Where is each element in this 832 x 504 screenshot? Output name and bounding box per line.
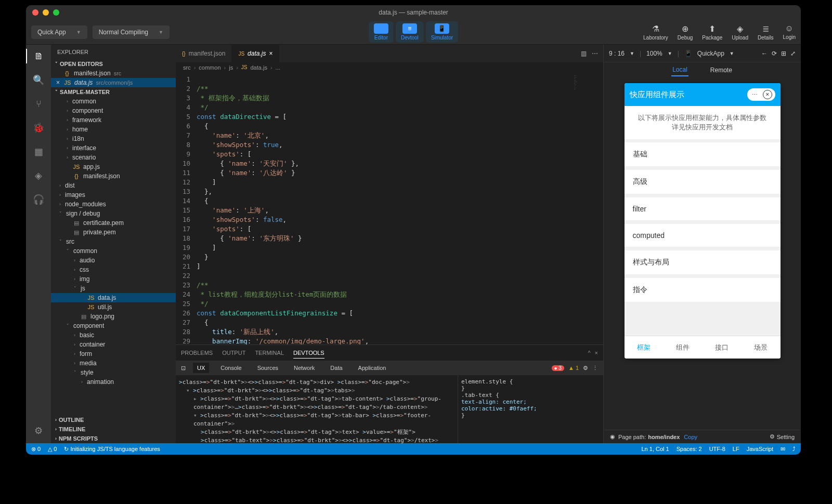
layers-icon[interactable]: ◈ xyxy=(31,168,46,183)
folder-item[interactable]: ˅component xyxy=(51,321,176,330)
panel-tab-output[interactable]: OUTPUT xyxy=(222,348,245,358)
phone-list-item[interactable]: 高级 xyxy=(625,170,781,194)
close-window-button[interactable] xyxy=(32,9,38,16)
warn-badge[interactable]: ▲ 1 xyxy=(568,365,579,371)
open-editor-item[interactable]: {}manifest.jsonsrc xyxy=(51,69,176,78)
gear-icon[interactable]: ⚙ xyxy=(583,365,588,372)
panel-tab-problems[interactable]: PROBLEMS xyxy=(181,348,213,358)
maximize-panel-icon[interactable]: ^ xyxy=(588,350,590,356)
debug-button[interactable]: ⊕Debug xyxy=(678,24,693,41)
status-item[interactable]: ↻ Initializing JS/TS language features xyxy=(64,446,160,453)
sim-time[interactable]: 9 : 16 xyxy=(609,50,625,57)
mode-simulator[interactable]: 📱Simulator xyxy=(426,21,458,43)
devtools-tab-network[interactable]: Network xyxy=(290,363,319,373)
minimize-window-button[interactable] xyxy=(43,9,49,16)
file-item[interactable]: JSdata.js xyxy=(51,293,176,302)
setting-button[interactable]: ⚙ Setting xyxy=(770,433,795,440)
dom-node[interactable]: ▸ >class>=>"dt-brkt">><>>class>=>"dt-tag… xyxy=(179,395,454,412)
dom-node[interactable]: ▾ >class>=>"dt-brkt">><>>class>=>"dt-tag… xyxy=(179,412,454,428)
folder-item[interactable]: ›scenario xyxy=(51,153,176,162)
open-editors-section[interactable]: ˅ OPEN EDITORS xyxy=(51,59,176,69)
status-item[interactable]: ⤴ xyxy=(792,446,796,453)
folder-item[interactable]: ˅src xyxy=(51,237,176,246)
devtools-tab-sources[interactable]: Sources xyxy=(253,363,282,373)
styles-pane[interactable]: element.style { } .tab-text { text-align… xyxy=(458,375,603,443)
file-item[interactable]: JSutil.js xyxy=(51,302,176,312)
folder-item[interactable]: ›home xyxy=(51,125,176,134)
folder-item[interactable]: ›img xyxy=(51,274,176,284)
status-item[interactable]: △ 0 xyxy=(48,446,57,453)
phone-screen[interactable]: 快应用组件展示 ⋯ ✕ 以下将展示快应用框架能力，具体属性参数 详见快应用开发文… xyxy=(625,83,781,359)
copy-button[interactable]: Copy xyxy=(684,434,697,440)
status-item[interactable]: UTF-8 xyxy=(709,446,725,453)
devtools-tab-console[interactable]: Console xyxy=(216,363,245,373)
close-icon[interactable]: × xyxy=(56,79,60,86)
dom-tree[interactable]: >class>=>"dt-brkt">><>>class>=>"dt-tag">… xyxy=(176,375,458,443)
explorer-icon[interactable]: 🗎 xyxy=(26,49,51,63)
sim-zoom[interactable]: 100% xyxy=(646,50,662,57)
refresh-icon[interactable]: ⟳ xyxy=(772,50,777,57)
folder-item[interactable]: ˅sign / debug xyxy=(51,209,176,218)
phone-nav-item[interactable]: 组件 xyxy=(664,336,703,359)
panel-tab-terminal[interactable]: TERMINAL xyxy=(255,348,284,358)
section-npm-scripts[interactable]: ›NPM SCRIPTS xyxy=(51,434,176,443)
phone-nav-item[interactable]: 接口 xyxy=(703,336,742,359)
split-editor-icon[interactable]: ▥ xyxy=(581,50,587,57)
support-icon[interactable]: 🎧 xyxy=(31,192,46,207)
compile-dropdown[interactable]: Normal Compiling ▼ xyxy=(93,25,170,39)
dom-node[interactable]: >class>=>"dt-brkt">><>>class>=>"dt-tag">… xyxy=(179,378,454,387)
phone-capsule[interactable]: ⋯ ✕ xyxy=(747,88,775,101)
close-circle-icon[interactable]: ✕ xyxy=(763,90,772,99)
devtools-tab-application[interactable]: Application xyxy=(354,363,391,373)
code-area[interactable]: /** * 框架指令，基础数据 */const dataDirective = … xyxy=(197,73,572,344)
search-icon[interactable]: 🔍 xyxy=(31,73,46,87)
folder-item[interactable]: ›common xyxy=(51,97,176,106)
status-item[interactable]: Spaces: 2 xyxy=(677,446,702,453)
mode-editor[interactable]: Editor xyxy=(369,21,394,43)
breadcrumb[interactable]: src›common›js›JSdata.js›... xyxy=(176,62,603,73)
breadcrumb-item[interactable]: js xyxy=(229,64,233,71)
folder-item[interactable]: ›dist xyxy=(51,181,176,190)
folder-item[interactable]: ˅common xyxy=(51,246,176,256)
element-picker-icon[interactable]: ⊡ xyxy=(181,365,186,372)
sim-tab-local[interactable]: Local xyxy=(671,64,688,76)
folder-item[interactable]: ›basic xyxy=(51,330,176,340)
login-button[interactable]: ☺Login xyxy=(783,24,796,41)
folder-item[interactable]: ˅style xyxy=(51,368,176,377)
section-timeline[interactable]: ›TIMELINE xyxy=(51,425,176,434)
mode-devtool[interactable]: ≡Devtool xyxy=(396,21,424,43)
more-icon[interactable]: ⋮ xyxy=(592,365,598,372)
folder-item[interactable]: ˅js xyxy=(51,284,176,293)
package-button[interactable]: ⬆Package xyxy=(702,24,722,41)
phone-list-item[interactable]: 指令 xyxy=(625,278,781,302)
radio-icon[interactable]: ◉ xyxy=(610,433,615,440)
phone-list-item[interactable]: filter xyxy=(625,197,781,221)
more-icon[interactable]: ⋯ xyxy=(592,50,598,57)
dom-node[interactable]: ▾ >class>=>"dt-brkt">><>>class>=>"dt-tag… xyxy=(179,387,454,395)
platform-dropdown[interactable]: Quick App ▼ xyxy=(31,25,87,39)
close-panel-icon[interactable]: × xyxy=(595,350,598,356)
file-item[interactable]: ▤private.pem xyxy=(51,228,176,237)
debug-icon[interactable]: 🐞 xyxy=(31,121,46,135)
breadcrumb-item[interactable]: ... xyxy=(276,64,280,71)
folder-item[interactable]: ›animation xyxy=(51,377,176,387)
phone-nav-item[interactable]: 框架 xyxy=(625,336,664,359)
sim-device[interactable]: QuickApp xyxy=(697,50,724,57)
project-section[interactable]: ˅ SAMPLE-MASTER xyxy=(51,87,176,97)
folder-item[interactable]: ›audio xyxy=(51,256,176,265)
phone-list[interactable]: 基础高级filtercomputed样式与布局指令 xyxy=(625,139,781,336)
folder-item[interactable]: ›container xyxy=(51,340,176,349)
folder-item[interactable]: ›framework xyxy=(51,115,176,125)
breadcrumb-item[interactable]: src xyxy=(183,64,191,71)
sim-tab-remote[interactable]: Remote xyxy=(709,64,733,76)
details-button[interactable]: ≣Details xyxy=(758,24,774,41)
section-outline[interactable]: ›OUTLINE xyxy=(51,415,176,425)
breadcrumb-item[interactable]: common xyxy=(199,64,220,71)
phone-list-item[interactable]: 样式与布局 xyxy=(625,250,781,275)
status-item[interactable]: ✉ xyxy=(781,446,785,453)
file-item[interactable]: ▤certificate.pem xyxy=(51,218,176,228)
folder-item[interactable]: ›component xyxy=(51,106,176,115)
grid-icon[interactable]: ⊞ xyxy=(781,50,786,57)
settings-gear-icon[interactable]: ⚙ xyxy=(31,423,46,438)
folder-item[interactable]: ›node_modules xyxy=(51,200,176,209)
